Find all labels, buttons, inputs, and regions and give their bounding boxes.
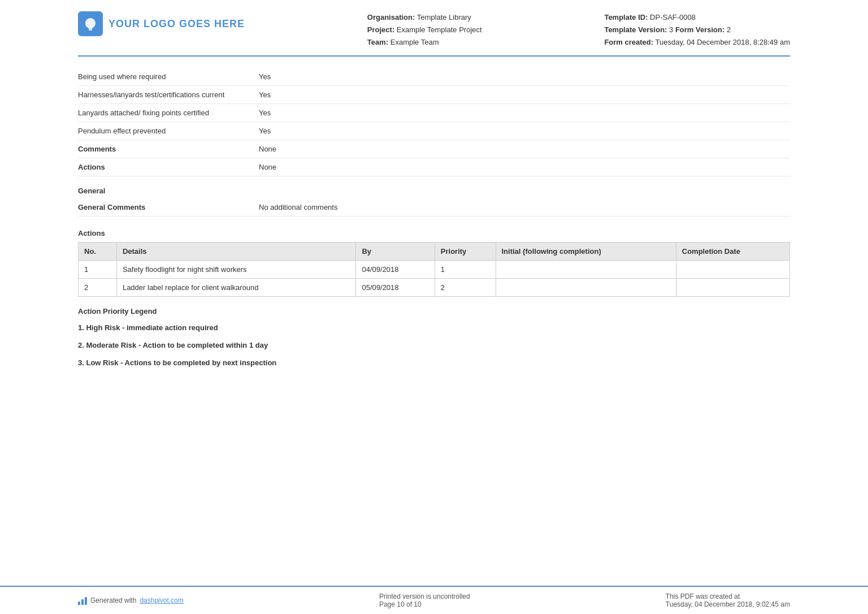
general-comments-value: No additional comments [259,203,337,211]
dashpivot-link[interactable]: dashpivot.com [140,596,183,604]
row-harnesses: Harnesses/lanyards test/certifications c… [78,86,790,104]
cell-priority: 1 [435,261,496,279]
comments-label: Comments [78,145,259,153]
form-version-label: Form Version: [675,25,724,34]
pendulum-label: Pendulum effect prevented [78,127,259,135]
row-pendulum: Pendulum effect prevented Yes [78,122,790,140]
form-created-label: Form created: [604,38,653,46]
page-number: Page 10 of 10 [379,600,470,608]
col-by: By [356,243,435,261]
form-created-value: Tuesday, 04 December 2018, 8:28:49 am [656,38,790,46]
document-header: YOUR LOGO GOES HERE Organisation: Templa… [78,11,790,57]
table-body: 1Safety floodlight for night shift worke… [79,261,790,297]
org-label: Organisation: [367,13,415,21]
comments-row: Comments None [78,140,790,158]
harnesses-label: Harnesses/lanyards test/certifications c… [78,90,259,99]
legend-item: 1. High Risk - immediate action required [78,323,790,332]
cell-by: 05/09/2018 [356,279,435,297]
row-lanyards: Lanyards attached/ fixing points certifi… [78,104,790,122]
actions-section-title: Actions [78,229,790,237]
form-version-value: 2 [727,25,731,34]
actions-value: None [259,163,276,171]
footer-center: Printed version is uncontrolled Page 10 … [379,593,470,608]
template-id-label: Template ID: [604,13,648,21]
actions-label: Actions [78,163,259,171]
general-comments-label: General Comments [78,203,259,211]
legend-item: 2. Moderate Risk - Action to be complete… [78,341,790,349]
logo-icon [78,11,103,36]
footer-right: This PDF was created at Tuesday, 04 Dece… [666,593,790,608]
pendulum-value: Yes [259,127,271,135]
col-no: No. [79,243,117,261]
footer-left: Generated with dashpivot.com [78,596,184,605]
being-used-label: Being used where required [78,72,259,81]
cell-priority: 2 [435,279,496,297]
lanyards-value: Yes [259,109,271,117]
general-heading: General [78,176,790,198]
row-being-used: Being used where required Yes [78,68,790,86]
legend-items: 1. High Risk - immediate action required… [78,323,790,367]
header-right: Template ID: DP-SAF-0008 Template Versio… [604,11,790,49]
generated-text: Generated with [90,596,136,604]
header-center: Organisation: Template Library Project: … [367,11,482,49]
being-used-value: Yes [259,72,271,81]
cell-completion_date [676,261,789,279]
org-value: Template Library [417,13,471,21]
page-footer: Generated with dashpivot.com Printed ver… [0,586,868,614]
template-id-value: DP-SAF-0008 [650,13,696,21]
actions-table: No. Details By Priority Initial (followi… [78,242,790,297]
col-completion: Completion Date [676,243,789,261]
logo-area: YOUR LOGO GOES HERE [78,11,245,36]
col-priority: Priority [435,243,496,261]
legend-title: Action Priority Legend [78,307,790,315]
template-version-label: Template Version: [604,25,667,34]
table-row: 2Ladder label replace for client walkaro… [79,279,790,297]
cell-completion_date [676,279,789,297]
cell-initial [496,279,676,297]
project-value: Example Template Project [397,25,482,34]
dashpivot-icon [78,596,87,605]
harnesses-value: Yes [259,90,271,99]
general-comments-row: General Comments No additional comments [78,198,790,217]
uncontrolled-text: Printed version is uncontrolled [379,593,470,600]
table-row: 1Safety floodlight for night shift worke… [79,261,790,279]
pdf-created-text: This PDF was created at [666,593,790,600]
table-header-row: No. Details By Priority Initial (followi… [79,243,790,261]
logo-text: YOUR LOGO GOES HERE [108,18,245,30]
legend-item: 3. Low Risk - Actions to be completed by… [78,358,790,367]
col-initial: Initial (following completion) [496,243,676,261]
col-details: Details [116,243,356,261]
cell-no: 1 [79,261,117,279]
checklist-section: Being used where required Yes Harnesses/… [78,68,790,140]
project-label: Project: [367,25,394,34]
comments-value: None [259,145,276,153]
lanyards-label: Lanyards attached/ fixing points certifi… [78,109,259,117]
team-label: Team: [367,38,388,46]
team-value: Example Team [390,38,439,46]
cell-no: 2 [79,279,117,297]
pdf-created-date: Tuesday, 04 December 2018, 9:02:45 am [666,600,790,608]
actions-row: Actions None [78,158,790,176]
cell-details: Safety floodlight for night shift worker… [116,261,356,279]
cell-initial [496,261,676,279]
cell-details: Ladder label replace for client walkarou… [116,279,356,297]
cell-by: 04/09/2018 [356,261,435,279]
template-version-value: 3 [669,25,673,34]
